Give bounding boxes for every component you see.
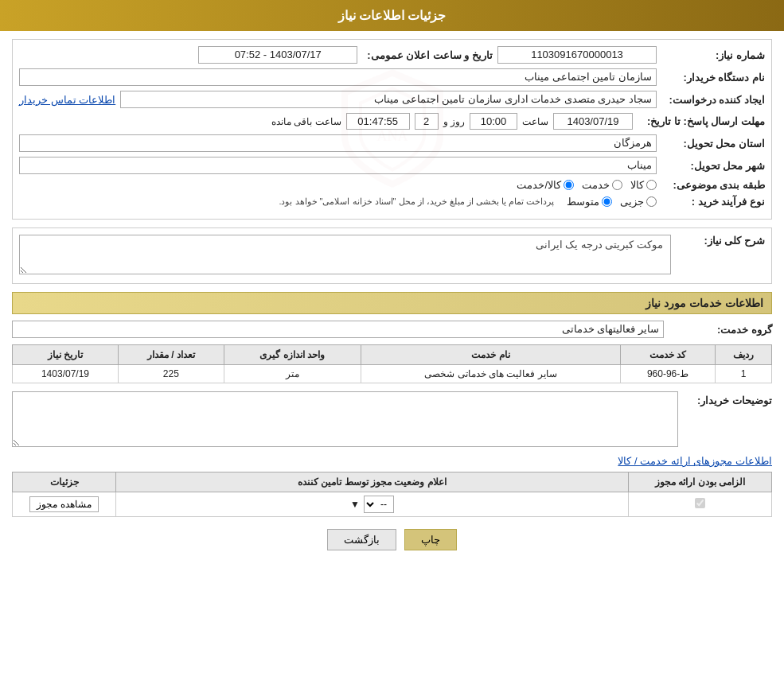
table-row: 1 ط-96-960 سایر فعالیت های خدماتی شخصی م…: [13, 365, 772, 383]
col-license-details: جزئیات: [13, 472, 116, 492]
city-label: شهر محل تحویل:: [661, 160, 765, 172]
category-label-khedmat: خدمت: [582, 179, 610, 191]
category-radio-khedmat[interactable]: [612, 180, 622, 190]
category-radio-kala[interactable]: [646, 180, 657, 190]
col-date: تاریخ نیاز: [13, 345, 119, 365]
license-status-container: -- ▼: [121, 496, 623, 513]
row-province: استان محل تحویل: هرمزگان: [19, 134, 765, 152]
col-row-num: ردیف: [716, 345, 772, 365]
row-purchase-type: نوع فرآیند خرید : جزیی متوسط پرداخت تمام…: [19, 196, 765, 208]
category-option-khedmat: خدمت: [582, 179, 622, 191]
service-group-value: سایر فعالیتهای خدماتی: [12, 321, 664, 338]
province-value: هرمزگان: [19, 134, 657, 152]
category-label-kala-khedmat: کالا/خدمت: [517, 179, 561, 191]
deadline-time: 10:00: [470, 113, 517, 130]
purchase-type-radio-group: جزیی متوسط: [567, 196, 657, 208]
back-button[interactable]: بازگشت: [327, 529, 396, 550]
services-table-header-row: ردیف کد خدمت نام خدمت واحد اندازه گیری ت…: [13, 345, 772, 365]
row-requester: ایجاد کننده درخواست: سجاد حیدری متصدی خد…: [19, 91, 765, 108]
remaining-days-label: روز و: [443, 116, 465, 127]
buyer-notes-textarea[interactable]: [12, 391, 678, 447]
license-table: الزامی بودن ارائه مجوز اعلام وضعیت مجوز …: [12, 472, 772, 517]
page-header: جزئیات اطلاعات نیاز: [0, 0, 784, 31]
deadline-time-label: ساعت: [522, 116, 548, 127]
need-description-value: موکت کبریتی درجه یک ایرانی: [536, 239, 663, 251]
license-table-row: -- ▼ مشاهده مجوز: [13, 492, 772, 517]
cell-quantity: 225: [118, 365, 224, 383]
col-license-required: الزامی بودن ارائه مجوز: [629, 472, 772, 492]
deadline-date: 1403/07/19: [553, 113, 633, 130]
need-description-label: شرح کلی نیاز:: [677, 235, 765, 247]
purchase-type-note: پرداخت تمام یا بخشی از مبلغ خرید، از محل…: [279, 196, 554, 207]
cell-license-required: [629, 492, 772, 517]
requester-value: سجاد حیدری متصدی خدمات اداری سازمان تامی…: [120, 91, 657, 108]
row-need-number: شماره نیاز: 1103091670000013 تاریخ و ساع…: [19, 46, 765, 64]
city-value: میناب: [19, 157, 657, 174]
buyer-notes-section: توضیحات خریدار:: [12, 391, 772, 447]
purchase-type-mottaset: متوسط: [567, 196, 612, 208]
row-deadline: مهلت ارسال پاسخ: تا تاریخ: 1403/07/19 سا…: [19, 113, 765, 130]
requester-label: ایجاد کننده درخواست:: [661, 94, 765, 106]
cell-license-status: -- ▼: [116, 492, 629, 517]
purchase-type-label: نوع فرآیند خرید :: [661, 196, 765, 208]
col-license-status: اعلام وضعیت مجوز توسط تامین کننده: [116, 472, 629, 492]
deadline-label: مهلت ارسال پاسخ: تا تاریخ:: [638, 115, 765, 127]
purchase-radio-mottaset[interactable]: [602, 196, 612, 207]
cell-license-details: مشاهده مجوز: [13, 492, 116, 517]
col-service-code: کد خدمت: [621, 345, 716, 365]
col-unit: واحد اندازه گیری: [224, 345, 361, 365]
row-city: شهر محل تحویل: میناب: [19, 157, 765, 174]
announce-datetime-label: تاریخ و ساعت اعلان عمومی:: [362, 49, 493, 61]
license-section-title[interactable]: اطلاعات مجوزهای ارائه خدمت / کالا: [12, 455, 772, 467]
buyer-org-label: نام دستگاه خریدار:: [661, 72, 765, 84]
purchase-type-jozi: جزیی: [620, 196, 657, 208]
license-table-body: -- ▼ مشاهده مجوز: [13, 492, 772, 517]
services-table-head: ردیف کد خدمت نام خدمت واحد اندازه گیری ت…: [13, 345, 772, 365]
cell-row-num: 1: [716, 365, 772, 383]
col-service-name: نام خدمت: [361, 345, 620, 365]
row-service-group: گروه خدمت: سایر فعالیتهای خدماتی: [12, 321, 772, 338]
need-description-section: شرح کلی نیاز: موکت کبریتی درجه یک ایرانی: [12, 227, 772, 284]
row-buyer-org: نام دستگاه خریدار: سازمان تامین اجتماعی …: [19, 68, 765, 86]
category-option-kala-khedmat: کالا/خدمت: [517, 179, 574, 191]
contact-link[interactable]: اطلاعات تماس خریدار: [19, 94, 115, 106]
remaining-time-label: ساعت باقی مانده: [271, 116, 341, 127]
services-section-title: اطلاعات خدمات مورد نیاز: [12, 292, 772, 314]
need-description-container: موکت کبریتی درجه یک ایرانی: [19, 235, 671, 277]
cell-unit: متر: [224, 365, 361, 383]
services-table-body: 1 ط-96-960 سایر فعالیت های خدماتی شخصی م…: [13, 365, 772, 383]
need-number-label: شماره نیاز:: [661, 49, 765, 61]
category-radio-group: کالا خدمت کالا/خدمت: [517, 179, 657, 191]
col-quantity: تعداد / مقدار: [118, 345, 224, 365]
announce-datetime-value: 1403/07/17 - 07:52: [198, 46, 357, 64]
cell-service-name: سایر فعالیت های خدماتی شخصی: [361, 365, 620, 383]
cell-service-code: ط-96-960: [621, 365, 716, 383]
cell-date: 1403/07/19: [13, 365, 119, 383]
print-button[interactable]: چاپ: [404, 529, 457, 550]
service-group-label: گروه خدمت:: [669, 324, 772, 336]
purchase-radio-jozi[interactable]: [646, 196, 657, 207]
page-title: جزئیات اطلاعات نیاز: [338, 9, 447, 22]
license-header-row: الزامی بودن ارائه مجوز اعلام وضعیت مجوز …: [13, 472, 772, 492]
dropdown-icon: ▼: [350, 499, 360, 510]
main-info-section: ANA شماره نیاز: 1103091670000013 تاریخ و…: [12, 39, 772, 220]
remaining-time: 01:47:55: [346, 113, 410, 130]
page-wrapper: جزئیات اطلاعات نیاز ANA شماره نیاز: 1103…: [0, 0, 784, 696]
category-label-kala: کالا: [630, 179, 644, 191]
content-area: ANA شماره نیاز: 1103091670000013 تاریخ و…: [0, 31, 784, 570]
purchase-label-jozi: جزیی: [620, 196, 644, 208]
buyer-notes-label: توضیحات خریدار:: [685, 391, 772, 406]
category-radio-kala-khedmat[interactable]: [564, 180, 574, 190]
remaining-days: 2: [415, 113, 439, 130]
purchase-label-mottaset: متوسط: [567, 196, 599, 208]
row-category: طبقه بندی موضوعی: کالا خدمت کالا/خدمت: [19, 179, 765, 191]
view-license-button[interactable]: مشاهده مجوز: [29, 496, 98, 512]
services-table: ردیف کد خدمت نام خدمت واحد اندازه گیری ت…: [12, 344, 772, 383]
license-required-checkbox: [695, 498, 705, 508]
license-table-head: الزامی بودن ارائه مجوز اعلام وضعیت مجوز …: [13, 472, 772, 492]
category-label: طبقه بندی موضوعی:: [661, 179, 765, 191]
province-label: استان محل تحویل:: [661, 138, 765, 150]
need-number-value: 1103091670000013: [497, 46, 657, 64]
action-buttons-row: چاپ بازگشت: [12, 529, 772, 550]
license-status-select[interactable]: --: [364, 496, 394, 513]
